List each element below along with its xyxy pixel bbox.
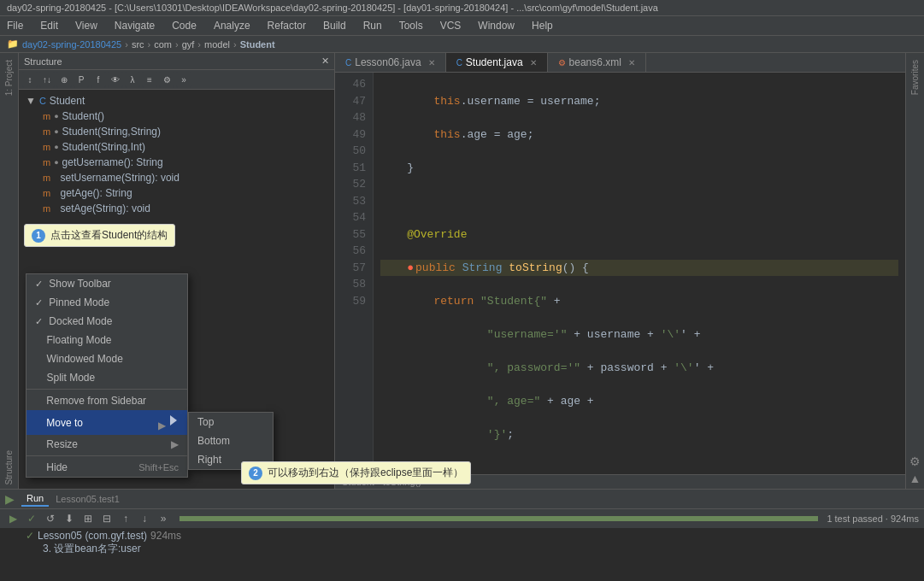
ctx-docked-mode[interactable]: ✓ Docked Mode xyxy=(26,312,187,331)
project-label[interactable]: 1: Project xyxy=(3,56,15,99)
menu-window[interactable]: Window xyxy=(474,18,518,33)
breadcrumb-src[interactable]: src xyxy=(132,39,144,50)
sort-order-btn[interactable]: ↑↓ xyxy=(39,72,55,87)
ctx-move-to[interactable]: Move to ▶ xyxy=(26,410,187,435)
tabs-bar: C Lesson06.java ✕ C Student.java ✕ ⚙ bea… xyxy=(335,53,905,73)
code-line-52: return "Student{" + xyxy=(380,293,898,310)
submenu-top[interactable]: Top xyxy=(189,413,273,431)
run-collapse-btn[interactable]: ⊟ xyxy=(99,511,115,526)
ctx-windowed-mode[interactable]: Windowed Mode xyxy=(26,349,187,368)
ctx-resize[interactable]: Resize ▶ xyxy=(26,435,187,454)
code-line-50: @Override xyxy=(380,226,898,244)
ctx-hide[interactable]: Hide Shift+Esc xyxy=(26,458,187,477)
progress-bar xyxy=(180,516,818,521)
tooltip2: 2 可以移动到右边（保持跟eclipse里面一样） xyxy=(241,461,471,484)
bottom-panel: ▶ Run Lesson05.test1 ▶ ✓ ↺ ⬇ ⊞ ⊟ ↑ ↓ » 1… xyxy=(0,489,924,557)
menu-refactor[interactable]: Refactor xyxy=(264,18,309,33)
menu-build[interactable]: Build xyxy=(320,18,350,33)
ctx-split-mode[interactable]: Split Mode xyxy=(26,368,187,387)
breadcrumb-icon: 📁 xyxy=(7,38,19,50)
run-log-item3: 4. bean工厂：org.springframework.beans.fact… xyxy=(26,556,898,557)
structure-close[interactable]: ✕ xyxy=(321,56,329,67)
run-icon: ▶ xyxy=(5,492,15,506)
tree-student-class[interactable]: ▼ C Student xyxy=(19,93,334,109)
structure-label[interactable]: Structure xyxy=(3,447,15,489)
run-log-item1: ✓ Lesson05 (com.gyf.test) 924ms xyxy=(26,530,898,542)
run-test-file: Lesson05.test1 xyxy=(56,494,120,504)
structure-toolbar: ↕ ↑↓ ⊕ P f 👁 λ ≡ ⚙ » xyxy=(19,70,334,90)
lambda-btn[interactable]: λ xyxy=(125,72,140,87)
breadcrumb-project[interactable]: day02-spring-20180425 xyxy=(22,39,121,50)
favorites-icon1[interactable]: ⚙ xyxy=(909,455,921,468)
run-more-btn[interactable]: » xyxy=(156,511,171,526)
code-line-56: '}'; xyxy=(380,426,898,443)
tree-setage[interactable]: m setAge(String): void xyxy=(19,201,334,216)
sort-alpha-btn[interactable]: ↕ xyxy=(22,72,38,87)
menu-edit[interactable]: Edit xyxy=(37,18,62,33)
submenu-bottom[interactable]: Bottom xyxy=(189,431,273,450)
tree-setusername[interactable]: m setUsername(String): void xyxy=(19,170,334,185)
run-tab-run[interactable]: Run xyxy=(21,491,49,507)
equals-btn[interactable]: ≡ xyxy=(142,72,157,87)
breadcrumb-student[interactable]: Student xyxy=(240,39,275,50)
expand-btn[interactable]: ⊕ xyxy=(56,72,72,87)
run-down-btn[interactable]: ↓ xyxy=(137,511,152,526)
menu-tools[interactable]: Tools xyxy=(396,18,427,33)
menu-file[interactable]: File xyxy=(3,18,26,33)
run-content: ✓ Lesson05 (com.gyf.test) 924ms 3. 设置bea… xyxy=(0,528,924,557)
structure-header: Structure ✕ xyxy=(19,53,334,70)
menu-navigate[interactable]: Navigate xyxy=(111,18,158,33)
tab-beans6[interactable]: ⚙ beans6.xml ✕ xyxy=(548,53,646,72)
filter-btn[interactable]: f xyxy=(91,72,106,87)
pin-btn[interactable]: P xyxy=(74,72,89,87)
code-line-49 xyxy=(380,193,898,210)
test-result: 1 test passed · 924ms xyxy=(827,514,919,524)
menu-vcs[interactable]: VCS xyxy=(437,18,465,33)
tooltip2-text: 可以移动到右边（保持跟eclipse里面一样） xyxy=(268,466,463,480)
tree-student-constructor3[interactable]: m ● Student(String,Int) xyxy=(19,139,334,155)
run-up-btn[interactable]: ↑ xyxy=(118,511,133,526)
breadcrumb-model[interactable]: model xyxy=(204,39,230,50)
favorites-icon2[interactable]: ▲ xyxy=(909,472,921,485)
run-toolbar: ▶ ✓ ↺ ⬇ ⊞ ⊟ ↑ ↓ » 1 test passed · 924ms xyxy=(0,509,924,528)
menu-code[interactable]: Code xyxy=(168,18,200,33)
menu-view[interactable]: View xyxy=(72,18,101,33)
tree-getage[interactable]: m getAge(): String xyxy=(19,185,334,201)
code-line-51: ●public String toString() { xyxy=(380,260,898,277)
more-btn[interactable]: » xyxy=(176,72,191,87)
ctx-divider1 xyxy=(26,389,187,390)
code-view[interactable]: 46 47 48 49 50 51 52 53 54 55 56 57 58 5… xyxy=(335,73,905,474)
run-filter-btn[interactable]: ⬇ xyxy=(62,511,77,526)
favorites-strip: Favorites ⚙ ▲ xyxy=(905,53,924,489)
title-text: day02-spring-20180425 - [C:\Users\10301\… xyxy=(7,3,658,13)
tree-student-constructor2[interactable]: m ● Student(String,String) xyxy=(19,124,334,139)
favorites-label[interactable]: Favorites xyxy=(909,56,921,98)
title-bar: day02-spring-20180425 - [C:\Users\10301\… xyxy=(0,0,924,16)
run-check-btn[interactable]: ✓ xyxy=(24,511,39,526)
tree-student-constructor1[interactable]: m ● Student() xyxy=(19,109,334,124)
menu-help[interactable]: Help xyxy=(528,18,556,33)
menu-run[interactable]: Run xyxy=(360,18,385,33)
run-rerun-btn[interactable]: ↺ xyxy=(43,511,58,526)
context-menu: ✓ Show Toolbar ✓ Pinned Mode ✓ Docked Mo… xyxy=(26,273,188,478)
sidebar-strip: 1: Project Structure xyxy=(0,53,19,489)
code-line-54: ", password='" + password + '\'' + xyxy=(380,360,898,377)
code-line-48: } xyxy=(380,160,898,177)
run-expand-btn[interactable]: ⊞ xyxy=(80,511,96,526)
breadcrumb-gyf[interactable]: gyf xyxy=(182,39,195,50)
gear-btn[interactable]: ⚙ xyxy=(159,72,174,87)
tab-lesson06[interactable]: C Lesson06.java ✕ xyxy=(335,53,446,72)
view-btn[interactable]: 👁 xyxy=(108,72,123,87)
ctx-remove-from-sidebar[interactable]: Remove from Sidebar xyxy=(26,391,187,410)
run-play-btn[interactable]: ▶ xyxy=(5,511,21,526)
editor-area: C Lesson06.java ✕ C Student.java ✕ ⚙ bea… xyxy=(335,53,905,489)
ctx-pinned-mode[interactable]: ✓ Pinned Mode xyxy=(26,293,187,312)
ctx-show-toolbar[interactable]: ✓ Show Toolbar xyxy=(26,274,187,293)
ctx-floating-mode[interactable]: Floating Mode xyxy=(26,331,187,349)
menu-analyze[interactable]: Analyze xyxy=(210,18,254,33)
code-line-46: this.username = username; xyxy=(380,93,898,110)
tab-student[interactable]: C Student.java ✕ xyxy=(446,53,548,72)
breadcrumb-com[interactable]: com xyxy=(154,39,172,50)
code-content[interactable]: this.username = username; this.age = age… xyxy=(374,73,905,474)
tree-getusername[interactable]: m ● getUsername(): String xyxy=(19,155,334,170)
